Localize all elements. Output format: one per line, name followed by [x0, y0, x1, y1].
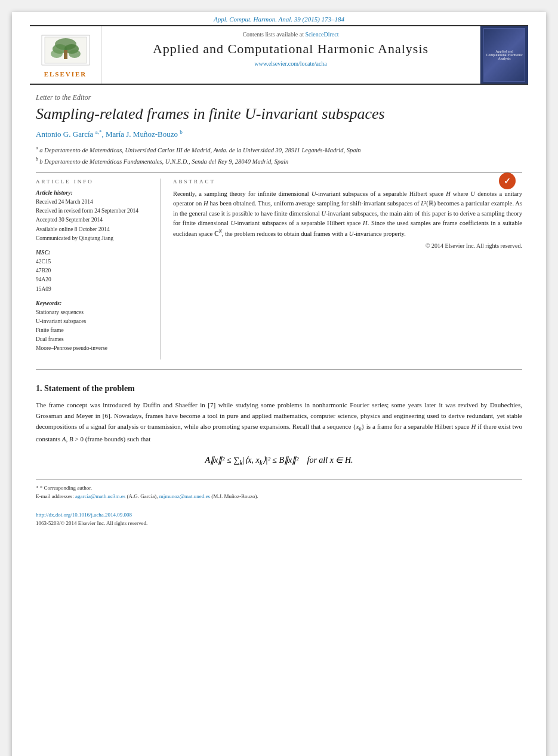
doi-link[interactable]: http://dx.doi.org/10.1016/j.acha.2014.09… [36, 511, 522, 520]
crossmark-icon[interactable]: ✓ [498, 172, 516, 192]
affiliations: a a Departamento de Matemáticas, Univers… [36, 145, 522, 167]
section1-heading: 1. Statement of the problem [36, 384, 522, 394]
svg-rect-5 [64, 50, 67, 59]
letter-label: Letter to the Editor [36, 93, 522, 102]
email1-link[interactable]: agarcia@math.uc3m.es [75, 493, 125, 499]
sciencedirect-link[interactable]: ScienceDirect [305, 31, 338, 38]
copyright-text: © 2014 Elsevier Inc. All rights reserved… [173, 242, 522, 249]
article-info-column: ARTICLE INFO Article history: Received 2… [36, 179, 161, 359]
authors: Antonio G. García a,*, María J. Muñoz-Bo… [36, 129, 522, 139]
journal-reference: Appl. Comput. Harmon. Anal. 39 (2015) 17… [12, 12, 546, 25]
abstract-column: ABSTRACT Recently, a sampling theory for… [173, 179, 522, 359]
paper-title: Sampling-related frames in finite U-inva… [36, 105, 522, 123]
email-note: E-mail addresses: agarcia@math.uc3m.es (… [36, 493, 522, 501]
journal-title: Applied and Computational Harmonic Analy… [113, 41, 468, 57]
svg-point-7 [69, 50, 81, 58]
svg-point-6 [51, 50, 63, 58]
section1-body: The frame concept was introduced by Duff… [36, 399, 522, 445]
footnote-area: * * Corresponding author. E-mail address… [36, 479, 522, 527]
section-divider [36, 172, 522, 173]
keywords: Keywords: Stationary sequences U-invaria… [36, 300, 152, 354]
publisher-logo: ELSEVIER [30, 26, 101, 84]
email2-link[interactable]: mjmunoz@mat.uned.es [159, 493, 210, 499]
journal-banner: ELSEVIER Contents lists available at Sci… [30, 25, 528, 85]
abstract-label: ABSTRACT [173, 179, 522, 185]
elsevier-label: ELSEVIER [44, 70, 87, 78]
corresponding-note: * * Corresponding author. [36, 484, 522, 493]
journal-thumbnail: Applied and Computational Harmonic Analy… [480, 26, 528, 84]
article-info-label: ARTICLE INFO [36, 179, 152, 185]
math-equation: A‖x‖² ≤ ∑k|⟨x, xk⟩|² ≤ B‖x‖² for all x ∈… [36, 455, 522, 467]
body-divider [36, 369, 522, 370]
banner-center: Contents lists available at ScienceDirec… [101, 26, 480, 84]
abstract-text: Recently, a sampling theory for infinite… [173, 189, 522, 239]
svg-text:✓: ✓ [504, 177, 511, 186]
contents-text: Contents lists available at ScienceDirec… [113, 31, 468, 38]
issn-text: 1063-5203/© 2014 Elsevier Inc. All right… [36, 520, 522, 528]
journal-url[interactable]: www.elsevier.com/locate/acha [113, 60, 468, 67]
msc-codes: MSC: 42C15 47B20 94A20 15A09 [36, 249, 152, 294]
article-meta-section: ARTICLE INFO Article history: Received 2… [36, 179, 522, 359]
article-history: Article history: Received 24 March 2014 … [36, 189, 152, 243]
